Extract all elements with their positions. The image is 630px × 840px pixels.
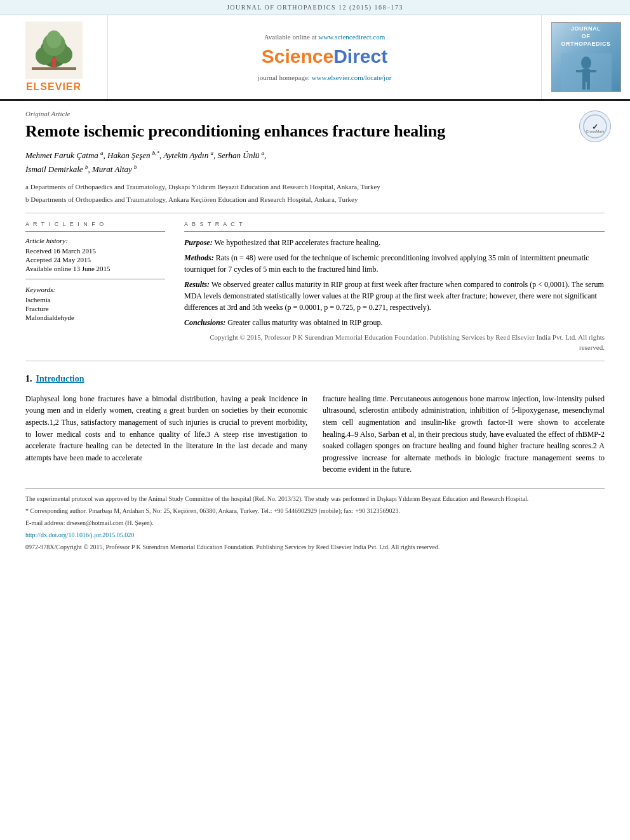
- journal-name: Journal of Orthopaedics 12 (2015) 168–17…: [227, 4, 403, 11]
- section-title: Introduction: [36, 374, 84, 384]
- accepted-date: Accepted 24 May 2015: [25, 256, 165, 263]
- footer-protocol-note: The experimental protocol was approved b…: [25, 494, 605, 503]
- crossmark-icon: ✓ CrossMark: [582, 114, 608, 139]
- svg-point-8: [51, 57, 57, 62]
- affiliation-b: b Departments of Orthopaedics and Trauma…: [25, 194, 605, 205]
- keywords-label: Keywords:: [25, 286, 165, 293]
- methods-text: Rats (n = 48) were used for the techniqu…: [184, 253, 589, 274]
- available-online-text: Available online at www.sciencedirect.co…: [264, 33, 385, 41]
- intro-left-text: Diaphyseal long bone fractures have a bi…: [25, 393, 307, 464]
- main-content: Original Article Remote ischemic precond…: [0, 110, 630, 557]
- svg-point-7: [46, 30, 62, 48]
- article-title: Remote ischemic preconditioning enhances…: [25, 121, 521, 142]
- journal-homepage: journal homepage: www.elsevier.com/locat…: [258, 74, 392, 81]
- section-number: 1.: [25, 374, 32, 384]
- footer-area: The experimental protocol was approved b…: [25, 488, 605, 557]
- abstract-purpose: Purpose: We hypothesized that RIP accele…: [184, 237, 605, 248]
- purpose-label: Purpose:: [184, 238, 213, 247]
- journal-cover-container: Journal of Orthopaedics: [541, 15, 630, 99]
- journal-cover-art: [561, 53, 612, 91]
- keyword-3: Malondialdehyde: [25, 314, 165, 321]
- info-divider: [25, 231, 165, 232]
- svg-point-11: [581, 57, 591, 69]
- introduction-body: Diaphyseal long bone fractures have a bi…: [25, 393, 605, 476]
- page-header: ELSEVIER Available online at www.science…: [0, 15, 630, 101]
- elsevier-logo-container: ELSEVIER: [0, 15, 108, 99]
- svg-rect-9: [52, 62, 56, 67]
- available-online-date: Available online 13 June 2015: [25, 265, 165, 272]
- abstract-heading: A B S T R A C T: [184, 221, 605, 227]
- svg-rect-13: [576, 70, 582, 72]
- svg-rect-15: [582, 82, 586, 90]
- footer-copyright: 0972-978X/Copyright © 2015, Professor P …: [25, 543, 605, 550]
- intro-right-text: fracture healing time. Percutaneous auto…: [323, 393, 605, 476]
- crossmark-badge[interactable]: ✓ CrossMark: [579, 110, 611, 142]
- results-label: Results:: [184, 280, 210, 289]
- sciencedirect-url-link[interactable]: www.sciencedirect.com: [318, 33, 385, 41]
- sciencedirect-logo: ScienceDirect: [262, 46, 387, 67]
- elsevier-tree-icon: [25, 22, 83, 79]
- keyword-1: Ischemia: [25, 296, 165, 303]
- abstract-methods: Methods: Rats (n = 48) were used for the…: [184, 252, 605, 275]
- keywords-section: Keywords: Ischemia Fracture Malondialdeh…: [25, 286, 165, 321]
- svg-rect-14: [590, 70, 596, 72]
- footer-corresponding-note: * Corresponding author. Pınarbaşı M, Ard…: [25, 506, 605, 516]
- header-center: Available online at www.sciencedirect.co…: [108, 15, 541, 99]
- divider-1: [25, 213, 605, 213]
- introduction-section: 1. Introduction Diaphyseal long bone fra…: [25, 374, 605, 476]
- article-type-label: Original Article: [25, 110, 605, 117]
- journal-homepage-link[interactable]: www.elsevier.com/locate/jor: [312, 74, 392, 81]
- keywords-divider: [25, 279, 165, 279]
- abstract-panel: A B S T R A C T Purpose: We hypothesized…: [184, 221, 605, 353]
- abstract-divider: [184, 231, 605, 232]
- results-text: We observed greater callus maturity in R…: [184, 280, 604, 312]
- divider-2: [25, 361, 605, 361]
- svg-rect-12: [582, 69, 590, 82]
- article-info-heading: A R T I C L E I N F O: [25, 221, 165, 227]
- abstract-copyright: Copyright © 2015, Professor P K Surendra…: [184, 332, 605, 353]
- journal-cover-title: Journal of Orthopaedics: [559, 23, 613, 50]
- doi-link[interactable]: http://dx.doi.org/10.1016/j.jor.2015.05.…: [25, 531, 134, 538]
- intro-col-left: Diaphyseal long bone fractures have a bi…: [25, 393, 307, 476]
- keyword-2: Fracture: [25, 305, 165, 312]
- methods-label: Methods:: [184, 253, 214, 262]
- intro-col-right: fracture healing time. Percutaneous auto…: [323, 393, 605, 476]
- elsevier-wordmark: ELSEVIER: [26, 81, 81, 93]
- footer-email-line: E-mail address: drsesen@hotmail.com (H. …: [25, 518, 605, 528]
- article-history-label: Article history:: [25, 237, 165, 244]
- article-info-abstract-section: A R T I C L E I N F O Article history: R…: [25, 221, 605, 353]
- svg-rect-16: [587, 82, 590, 90]
- svg-text:CrossMark: CrossMark: [586, 130, 605, 133]
- conclusions-label: Conclusions:: [184, 318, 225, 327]
- authors-list: Mehmet Faruk Çatma a, Hakan Şeşen b,*, A…: [25, 149, 605, 177]
- abstract-conclusions: Conclusions: Greater callus maturity was…: [184, 317, 605, 328]
- journal-cover: Journal of Orthopaedics: [551, 22, 621, 92]
- article-info-panel: A R T I C L E I N F O Article history: R…: [25, 221, 165, 353]
- received-date: Received 16 March 2015: [25, 247, 165, 255]
- purpose-text: We hypothesized that RIP accelerates fra…: [214, 238, 380, 247]
- journal-header-bar: Journal of Orthopaedics 12 (2015) 168–17…: [0, 0, 630, 15]
- conclusions-text: Greater callus maturity was obtained in …: [227, 318, 382, 327]
- footer-doi-line: http://dx.doi.org/10.1016/j.jor.2015.05.…: [25, 530, 605, 540]
- crossmark-badge-container[interactable]: ✓ CrossMark: [579, 110, 611, 142]
- abstract-text: Purpose: We hypothesized that RIP accele…: [184, 237, 605, 353]
- abstract-results: Results: We observed greater callus matu…: [184, 279, 605, 313]
- elsevier-logo: ELSEVIER: [25, 22, 83, 93]
- affiliation-a: a Departments of Orthopaedics and Trauma…: [25, 182, 605, 192]
